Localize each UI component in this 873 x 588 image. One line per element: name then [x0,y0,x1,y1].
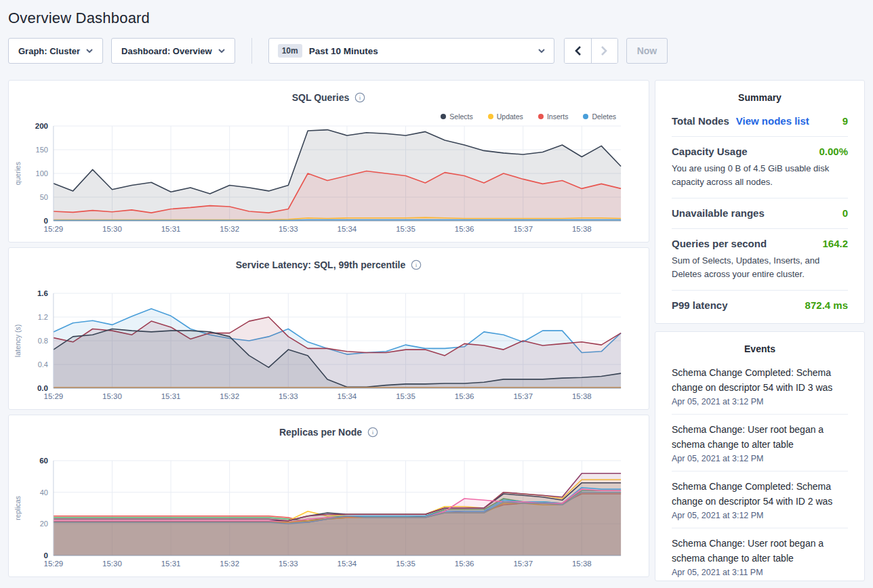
svg-text:200: 200 [35,122,48,130]
chevron-left-icon [575,46,581,56]
svg-text:15:30: 15:30 [102,225,122,233]
now-button[interactable]: Now [626,38,668,64]
summary-row-description: Sum of Selects, Updates, Inserts, and De… [672,254,848,280]
svg-text:15:38: 15:38 [572,560,592,568]
summary-title: Summary [672,81,848,106]
chevron-down-icon [538,49,545,53]
svg-text:15:37: 15:37 [513,560,533,568]
svg-text:15:34: 15:34 [338,560,357,568]
time-step-buttons [564,38,618,64]
summary-row-label: Queries per second [672,238,767,249]
chart-title: Service Latency: SQL, 99th percentile [236,259,406,270]
svg-text:15:36: 15:36 [455,225,474,233]
chevron-down-icon [218,49,225,53]
svg-text:15:31: 15:31 [161,560,181,568]
svg-text:15:34: 15:34 [338,392,357,400]
service-latency-chart[interactable]: 0.00.40.81.21.615:2915:3015:3115:3215:33… [9,284,648,407]
svg-text:100: 100 [36,169,48,177]
svg-text:i: i [415,261,418,268]
svg-text:0: 0 [43,217,47,225]
svg-text:15:38: 15:38 [572,225,592,233]
chart-title-row: Replicas per Node i [9,415,649,438]
summary-row: P99 latency872.4 ms [672,291,848,320]
svg-text:0.0: 0.0 [37,384,48,392]
chart-title: Replicas per Node [279,427,362,438]
svg-text:15:32: 15:32 [220,225,239,233]
events-panel: Events Schema Change Completed: Schema c… [655,331,865,581]
svg-text:queries: queries [14,162,22,185]
event-message: Schema Change Completed: Schema change o… [672,479,848,509]
summary-row: Capacity Usage0.00%You are using 0 B of … [672,137,848,198]
chevron-right-icon [601,46,607,56]
summary-row: Unavailable ranges0 [672,198,848,229]
event-timestamp: Apr 05, 2021 at 3:12 PM [672,511,848,520]
svg-text:0.8: 0.8 [38,337,48,345]
event-timestamp: Apr 05, 2021 at 3:11 PM [672,568,848,577]
summary-panel: Summary Total NodesView nodes list9Capac… [655,80,865,324]
chart-panel-replicas-per-node: Replicas per Node i 020406015:2915:3015:… [8,415,649,577]
svg-text:15:37: 15:37 [513,225,533,233]
summary-row-value: 164.2 [822,238,848,249]
event-message: Schema Change Completed: Schema change o… [672,365,848,395]
summary-rows: Total NodesView nodes list9Capacity Usag… [672,106,848,320]
svg-text:40: 40 [40,488,48,497]
event-item: Schema Change Completed: Schema change o… [672,471,848,528]
dashboard-content: SQL Queries i SelectsUpdatesInsertsDelet… [8,80,865,581]
next-interval-button[interactable] [591,39,617,63]
svg-text:15:33: 15:33 [279,225,298,233]
replicas-per-node-chart[interactable]: 020406015:2915:3015:3115:3215:3315:3415:… [9,451,648,574]
time-range-picker[interactable]: 10m Past 10 Minutes [268,38,554,64]
svg-text:150: 150 [36,146,48,154]
graph-dropdown[interactable]: Graph: Cluster [8,38,103,64]
svg-text:15:31: 15:31 [161,225,181,233]
chart-panel-sql-queries: SQL Queries i SelectsUpdatesInsertsDelet… [8,80,649,243]
time-range-label: Past 10 Minutes [309,46,378,56]
svg-text:replicas: replicas [14,496,22,520]
svg-text:15:30: 15:30 [102,392,122,400]
view-nodes-list-link[interactable]: View nodes list [736,115,809,127]
event-item: Schema Change: User root began a schema … [672,415,848,471]
svg-text:60: 60 [39,457,48,465]
svg-text:20: 20 [40,520,48,528]
summary-row-label: Total Nodes [672,115,729,127]
event-message: Schema Change: User root began a schema … [672,422,848,452]
sidebar-column: Summary Total NodesView nodes list9Capac… [655,80,865,581]
sql-queries-chart[interactable]: 05010015020015:2915:3015:3115:3215:3315:… [9,117,648,240]
svg-text:15:35: 15:35 [396,560,415,568]
svg-text:15:36: 15:36 [455,560,474,568]
summary-row: Queries per second164.2Sum of Selects, U… [672,229,848,291]
svg-text:15:32: 15:32 [220,560,239,568]
previous-interval-button[interactable] [565,39,591,63]
svg-text:15:38: 15:38 [572,392,592,400]
chart-title: SQL Queries [292,92,350,103]
charts-column: SQL Queries i SelectsUpdatesInsertsDelet… [8,80,649,577]
svg-text:i: i [372,429,374,436]
svg-text:i: i [359,94,361,101]
event-item: Schema Change Completed: Schema change o… [672,358,848,415]
svg-text:15:32: 15:32 [220,392,239,400]
info-icon[interactable]: i [354,92,365,103]
time-range-badge: 10m [278,44,302,58]
dashboard-dropdown-label: Dashboard: Overview [121,46,212,56]
summary-row-label: P99 latency [672,299,728,311]
summary-row-value: 0.00% [819,146,848,157]
svg-text:15:29: 15:29 [44,560,64,568]
chart-title-row: Service Latency: SQL, 99th percentile i [9,248,649,270]
svg-text:50: 50 [40,193,48,201]
dashboard-dropdown[interactable]: Dashboard: Overview [111,38,235,64]
event-message: Schema Change: User root began a schema … [672,536,848,566]
svg-text:15:34: 15:34 [338,225,357,233]
toolbar-divider [251,38,252,64]
info-icon[interactable]: i [411,259,422,270]
info-icon[interactable]: i [367,427,378,438]
svg-text:15:29: 15:29 [44,392,64,400]
svg-text:15:33: 15:33 [279,560,298,568]
graph-dropdown-label: Graph: Cluster [18,46,80,56]
events-list: Schema Change Completed: Schema change o… [672,358,848,581]
summary-row-value: 0 [842,207,848,219]
svg-text:15:35: 15:35 [396,225,415,233]
event-item: Schema Change: User root began a schema … [672,528,848,581]
svg-text:15:33: 15:33 [279,392,298,400]
overview-dashboard-page: Overview Dashboard Graph: Cluster Dashbo… [0,0,873,581]
summary-row-label: Unavailable ranges [672,207,765,219]
